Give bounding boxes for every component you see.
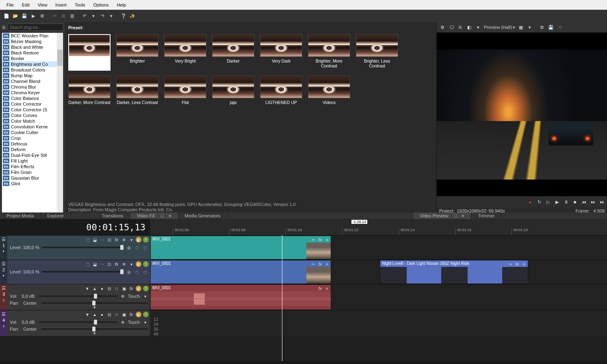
render-icon[interactable]: ▶ [29,12,37,20]
track-fx-icon[interactable]: fx [128,286,134,291]
fx-item[interactable]: FXDefocus [2,141,57,147]
fx-item[interactable]: FXBlack and White [2,44,57,50]
clip-fx-icon[interactable]: fx [317,237,323,243]
cut-icon[interactable]: ✂ [50,12,59,20]
menu-insert[interactable]: Insert [51,1,71,9]
parent-icon[interactable]: ◌ [134,245,140,250]
track-3-body[interactable]: 12243648 MVI_0001 fx≡ [150,284,607,310]
menu-help[interactable]: Help [113,1,130,9]
clip-mvi-0001-a3[interactable]: MVI_0001 fx≡ [150,284,331,310]
more-icon[interactable]: ⋯ [99,237,105,243]
phase-icon[interactable]: ▲ [92,312,98,317]
save-icon[interactable]: 💾 [20,12,28,20]
play-start-icon[interactable]: ▷ [544,198,552,206]
preset-item[interactable]: Darker, More Contrast [68,76,111,110]
clip-mvi-0001-v1[interactable]: MVI_0001 ✂fx≡ [150,236,331,260]
next-icon[interactable]: ⏭ [589,198,596,206]
preview-fx-icon[interactable]: fx [456,23,464,31]
track-list-icon[interactable]: ☰ [2,261,6,266]
undo-icon[interactable]: ↶ [80,12,89,20]
fx-item[interactable]: FXChannel Blend [2,78,57,84]
tab-trimmer[interactable]: Trimmer [471,212,501,219]
fx-vscrollbar[interactable] [57,33,63,212]
tab-video-preview[interactable]: Video Preview □ ✕ [414,212,472,219]
preset-item[interactable]: Darker [212,34,254,71]
fx-item[interactable]: FXCrop [2,135,57,141]
track-fx-icon[interactable]: fx [128,312,134,317]
track-3-header[interactable]: ☰3♪ ▼ ▲ ● ⊟ □ ▣ fx ◐ ! Vol: 0,0 dB ✲ [0,284,150,310]
prev-icon[interactable]: ⏮ [580,198,587,206]
invert-icon[interactable]: ▼ [85,312,90,317]
fx-item[interactable]: FXBorder [2,56,57,61]
new-icon[interactable]: 📄 [2,12,11,20]
bypass-icon[interactable]: ⬚ [85,261,90,267]
mute-icon[interactable]: ◐ [136,261,141,267]
track-motion-icon[interactable]: ⊡ [106,261,112,267]
clip-menu-icon[interactable]: ≡ [324,261,330,267]
maximize-icon[interactable]: □ [454,213,457,218]
parent-icon[interactable]: ◌ [134,269,140,275]
track-fx-icon[interactable]: fx [114,261,119,267]
copy-icon[interactable]: ⧉ [59,12,67,20]
close-icon[interactable]: ✕ [461,214,464,218]
tab-media-generators[interactable]: Media Generators [178,212,228,219]
fx-item[interactable]: FXFilm Effects [2,164,57,169]
menu-options[interactable]: Options [89,1,113,9]
mono-icon[interactable]: ▣ [121,286,127,291]
preset-item[interactable]: jaja [212,76,254,110]
preview-save-icon[interactable]: 💾 [547,23,555,31]
fx-item[interactable]: FXColor Balance [2,95,57,101]
preview-split-icon[interactable]: ◧ [465,23,473,31]
fx-item[interactable]: FXChroma Keyer [2,90,57,95]
vol-slider[interactable] [39,295,117,297]
mute-icon[interactable]: ◐ [136,237,141,243]
stereo-icon[interactable]: □ [114,312,119,317]
preview-copy-icon[interactable]: ⧉ [538,23,546,31]
track-2-header[interactable]: ☰2▪ ⬚ ⬓ ⋯ ⊡ fx ✲▾ ◐ ! Level: 100,0 % ◎ ◌… [0,260,150,284]
fx-item[interactable]: FXGaussian Blur [2,175,57,181]
solo-icon[interactable]: ! [143,261,149,267]
solo-icon[interactable]: ! [143,237,149,243]
open-icon[interactable]: 📂 [11,12,20,20]
solo-icon[interactable]: ! [143,286,149,291]
invert-icon[interactable]: ▼ [85,286,90,291]
gear-icon[interactable]: ✲ [121,237,127,243]
preset-item[interactable]: Videos [308,76,350,110]
redo-drop-icon[interactable]: ▾ [107,12,115,20]
tutorial-icon[interactable]: ✨ [128,12,137,20]
fx-item[interactable]: FXColor Corrector (S [2,107,57,113]
fx-item[interactable]: FXDeform [2,147,57,152]
fx-item[interactable]: FXFill Light [2,158,57,164]
fx-item[interactable]: FXColor Curves [2,113,57,118]
auto-gear-icon[interactable]: ✲ [120,319,126,325]
pan-crop-icon[interactable]: ✂ [310,261,316,267]
preset-item[interactable]: Flat [164,76,206,110]
clip-fx-icon[interactable]: fx [317,286,323,291]
arm-record-icon[interactable]: ● [99,312,105,317]
clip-night-lovell[interactable]: Night Lovell - Dark Light Nissan 350Z Ni… [380,260,528,284]
loop-icon[interactable]: ↻ [535,198,543,206]
preset-item[interactable]: LIGTHENED UP [260,76,302,110]
preset-item[interactable]: Darker, Less Contrast [116,76,158,110]
maximize-icon[interactable]: □ [161,213,164,218]
fx-item[interactable]: FXBrightness and Co [2,61,57,67]
track-list-icon[interactable]: ☰ [2,286,6,291]
mute-icon[interactable]: ◐ [136,286,141,291]
fx-item[interactable]: FXConvolution Kerne [2,124,57,130]
gear-icon[interactable]: ✲ [121,261,127,267]
track-list-icon[interactable]: ☰ [2,237,6,242]
tab-transitions[interactable]: Transitions [95,212,130,219]
clip-fx-icon[interactable]: fx [514,261,520,267]
track-2-body[interactable]: MVI_0001 ✂fx≡ Night Lovell - Dark Light … [150,260,607,284]
menu-tools[interactable]: Tools [71,1,89,9]
menu-view[interactable]: View [34,1,52,9]
preset-item[interactable] [68,34,111,71]
stereo-icon[interactable]: □ [114,286,119,291]
pause-icon[interactable]: ⏸ [562,198,570,206]
fx-item[interactable]: FXChroma Blur [2,84,57,90]
automation-icon[interactable]: ⬓ [92,237,98,243]
track-4-header[interactable]: ☰4♪ ▼ ▲ ● ⊟ □ ▣ fx ◐ ! Vol: 0,0 dB ✲ [0,310,150,336]
preview-grid-icon[interactable]: ▦ [517,23,525,31]
preview-split-drop-icon[interactable]: ▾ [474,23,482,31]
pan-crop-icon[interactable]: ✂ [507,261,513,267]
